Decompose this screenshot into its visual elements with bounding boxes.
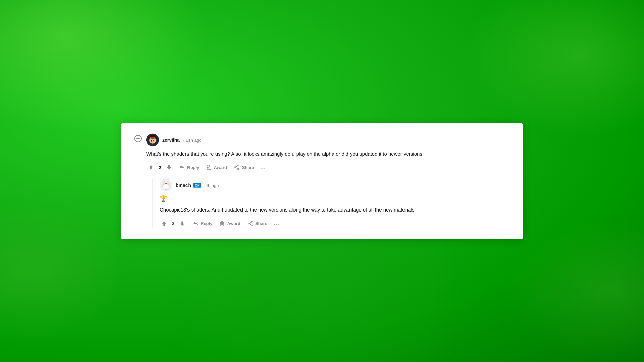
reply-share-icon xyxy=(247,220,253,226)
svg-point-25 xyxy=(221,221,224,224)
op-badge: OP xyxy=(193,183,201,188)
comment-username[interactable]: zervilha xyxy=(162,137,180,143)
svg-point-11 xyxy=(235,167,236,168)
vote-section: 2 xyxy=(146,163,174,172)
svg-point-27 xyxy=(251,221,253,222)
reply-actions: 2 xyxy=(160,218,510,228)
svg-point-10 xyxy=(238,169,239,170)
svg-line-31 xyxy=(249,224,251,225)
upvote-icon xyxy=(148,164,154,170)
svg-line-30 xyxy=(249,222,251,223)
svg-point-6 xyxy=(153,140,154,141)
more-options-button[interactable]: … xyxy=(258,162,268,172)
reply-award-button[interactable]: Award xyxy=(216,218,243,228)
reply-reply-button[interactable]: Reply xyxy=(190,218,215,228)
reply-upvote-button[interactable] xyxy=(160,219,169,228)
comment-body: zervilha · 11h ago What's the shaders th… xyxy=(146,134,510,229)
award-button[interactable]: Award xyxy=(203,162,230,172)
reply-thread: bmach OP · 4h ago 🏆 Cho xyxy=(146,178,510,228)
collapse-button[interactable] xyxy=(134,134,146,229)
comment-text: What's the shaders that you're using? Al… xyxy=(146,150,510,158)
vote-count: 2 xyxy=(158,165,162,170)
thread-line xyxy=(152,178,153,228)
comments-card: zervilha · 11h ago What's the shaders th… xyxy=(121,123,523,239)
reply-award-emoji: 🏆 xyxy=(160,195,510,202)
svg-rect-4 xyxy=(150,137,155,138)
reply-vote-count: 2 xyxy=(171,221,176,226)
svg-line-12 xyxy=(236,166,237,167)
svg-point-8 xyxy=(208,166,210,168)
reply-username[interactable]: bmach xyxy=(176,183,191,188)
reply-award-icon xyxy=(219,220,225,226)
reply-header: bmach OP · 4h ago xyxy=(160,179,510,192)
reply-downvote-button[interactable] xyxy=(178,219,187,228)
reply-body: bmach OP · 4h ago 🏆 Cho xyxy=(160,178,510,228)
reply-text: Chocapic13's shaders. And I updated to t… xyxy=(160,206,510,214)
svg-point-26 xyxy=(221,222,223,224)
collapse-minus-icon xyxy=(136,138,140,139)
svg-line-13 xyxy=(236,168,237,169)
avatar-bmach xyxy=(160,179,172,192)
share-icon xyxy=(234,164,240,170)
svg-point-18 xyxy=(163,180,164,181)
reply-more-options-button[interactable]: … xyxy=(271,218,281,228)
svg-point-20 xyxy=(168,180,169,181)
svg-point-29 xyxy=(248,223,250,224)
downvote-icon xyxy=(166,164,172,170)
svg-point-28 xyxy=(251,225,253,226)
svg-point-23 xyxy=(164,183,165,184)
reply-button[interactable]: Reply xyxy=(176,162,202,172)
comment-header: zervilha · 11h ago xyxy=(146,134,510,146)
share-button[interactable]: Share xyxy=(231,162,257,172)
comment-actions: 2 Reply xyxy=(146,162,510,172)
downvote-button[interactable] xyxy=(164,163,174,172)
upvote-button[interactable] xyxy=(146,163,156,172)
card-wrapper: zervilha · 11h ago What's the shaders th… xyxy=(121,123,523,239)
avatar-bmach-img xyxy=(160,179,172,192)
reply-reply-icon xyxy=(193,220,199,226)
reply-vote-section: 2 xyxy=(160,219,187,228)
award-emoji-display: 🏆 xyxy=(160,195,510,202)
svg-point-7 xyxy=(207,165,210,168)
reply-upvote-icon xyxy=(161,220,167,226)
reply-share-button[interactable]: Share xyxy=(245,218,270,228)
svg-point-9 xyxy=(238,165,239,166)
comment-top: zervilha · 11h ago What's the shaders th… xyxy=(134,134,510,229)
comment-timestamp: · 11h ago xyxy=(183,137,201,142)
reply-downvote-icon xyxy=(179,220,185,226)
svg-point-24 xyxy=(167,183,167,184)
reply-timestamp: · 4h ago xyxy=(203,183,219,188)
award-icon xyxy=(206,164,212,170)
svg-point-5 xyxy=(151,140,152,141)
reply-author-section: bmach OP · 4h ago xyxy=(176,183,219,188)
reply-icon xyxy=(179,164,185,170)
avatar-zervilha xyxy=(146,134,159,146)
avatar-zervilha-img xyxy=(146,134,159,146)
collapse-circle[interactable] xyxy=(134,135,142,142)
